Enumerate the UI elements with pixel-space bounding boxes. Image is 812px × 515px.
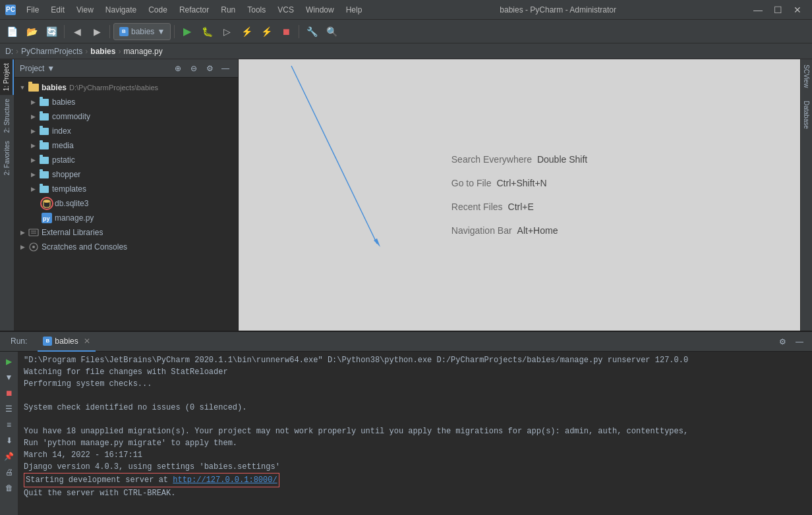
- tree-label-manage-py: manage.py: [55, 213, 94, 223]
- project-panel-title-button[interactable]: Project ▼: [20, 64, 55, 73]
- run-config-selector[interactable]: B babies ▼: [113, 23, 171, 40]
- libs-icon: [28, 227, 40, 238]
- menu-run[interactable]: Run: [216, 4, 241, 16]
- stop-btn[interactable]: ⏹: [2, 386, 16, 400]
- tree-label-media: media: [52, 141, 74, 150]
- profile-button[interactable]: ⚡: [237, 22, 256, 41]
- tree-item-db-sqlite3[interactable]: db.sqlite3: [14, 196, 238, 211]
- menu-refactor[interactable]: Refactor: [174, 4, 214, 16]
- hint-shortcut-1: Ctrl+Shift+N: [496, 178, 546, 188]
- run-tab-babies[interactable]: B babies ✕: [38, 332, 95, 352]
- term-line-1: Watching for file changes with StatReloa…: [24, 366, 807, 378]
- sort-btn[interactable]: ⬇: [2, 433, 16, 448]
- tree-label-root: babies: [42, 83, 67, 92]
- tree-arrow-index: ▶: [28, 128, 38, 134]
- breadcrumb-project[interactable]: babies: [90, 47, 115, 56]
- print-btn[interactable]: 🖨: [2, 465, 16, 479]
- tree-arrow-babies: ▶: [28, 99, 38, 105]
- folder-icon-media: [38, 140, 50, 151]
- back-button[interactable]: ◀: [68, 22, 86, 41]
- menu-tools[interactable]: Tools: [242, 4, 271, 16]
- settings-button[interactable]: 🔧: [303, 22, 321, 41]
- tree-label-pstatic: pstatic: [52, 155, 75, 165]
- term-line-4: System check identified no issues (0 sil…: [24, 402, 807, 414]
- menu-view[interactable]: View: [71, 4, 99, 16]
- menu-file[interactable]: File: [21, 4, 44, 16]
- menu-window[interactable]: Window: [301, 4, 339, 16]
- breadcrumb-sep-3: ›: [118, 47, 121, 56]
- menu-navigate[interactable]: Navigate: [100, 4, 142, 16]
- project-settings-button[interactable]: ⚙: [202, 61, 217, 76]
- search-button[interactable]: 🔍: [322, 22, 341, 41]
- pin-btn[interactable]: 📌: [2, 449, 16, 464]
- sync-button[interactable]: 🔄: [42, 22, 61, 41]
- bottom-minimize-button[interactable]: —: [792, 335, 807, 349]
- tree-arrow-pstatic: ▶: [28, 157, 38, 163]
- tree-item-commodity[interactable]: ▶ commodity: [14, 109, 238, 124]
- breadcrumb-drive[interactable]: D:: [5, 47, 13, 56]
- scview-tab[interactable]: SCView: [801, 59, 812, 93]
- structure-tab[interactable]: 2: Structure: [0, 95, 14, 137]
- tree-item-media[interactable]: ▶ media: [14, 138, 238, 153]
- filter-btn[interactable]: ≡: [2, 418, 16, 432]
- tree-item-pstatic[interactable]: ▶ pstatic: [14, 153, 238, 167]
- title-bar-left: PC File Edit View Navigate Code Refactor…: [5, 4, 367, 16]
- project-panel-actions: ⊕ ⊖ ⚙ —: [171, 61, 233, 76]
- hint-text-0: Search Everywhere: [451, 154, 532, 165]
- tree-item-babies[interactable]: ▶ babies: [14, 95, 238, 109]
- toolbar-separator-3: [174, 25, 175, 38]
- concurrency-button[interactable]: ⚡: [257, 22, 276, 41]
- run-config-icon: B: [119, 27, 129, 36]
- bottom-settings-button[interactable]: ⚙: [775, 335, 790, 349]
- title-bar: PC File Edit View Navigate Code Refactor…: [0, 0, 812, 20]
- project-tab[interactable]: 1: Project: [0, 59, 14, 95]
- tree-item-shopper[interactable]: ▶ shopper: [14, 167, 238, 182]
- forward-button[interactable]: ▶: [88, 22, 106, 41]
- folder-icon-templates: [38, 184, 50, 194]
- svg-text:py: py: [43, 215, 50, 222]
- clear-btn[interactable]: 🗑: [2, 481, 16, 495]
- term-line-2: Performing system checks...: [24, 378, 807, 390]
- menu-help[interactable]: Help: [341, 4, 368, 16]
- close-button[interactable]: ✕: [788, 3, 807, 17]
- menu-vcs[interactable]: VCS: [272, 4, 299, 16]
- breadcrumb-file[interactable]: manage.py: [123, 47, 162, 56]
- new-file-button[interactable]: 📄: [3, 22, 21, 41]
- tree-item-root[interactable]: ▼ babies D:\PyCharmProjects\babies: [14, 80, 238, 95]
- open-button[interactable]: 📂: [22, 22, 41, 41]
- stop-button[interactable]: ⏹: [277, 22, 295, 41]
- server-link[interactable]: http://127.0.0.1:8000/: [173, 475, 277, 485]
- maximize-button[interactable]: ☐: [768, 3, 787, 17]
- tree-item-index[interactable]: ▶ index: [14, 124, 238, 138]
- tree-arrow-root: ▼: [17, 84, 28, 91]
- hide-panel-button[interactable]: —: [218, 61, 233, 76]
- minimize-button[interactable]: —: [749, 3, 767, 17]
- collapse-all-button[interactable]: ⊖: [187, 61, 201, 76]
- tree-item-external-libs[interactable]: ▶ External Libraries: [14, 225, 238, 240]
- favorites-tab[interactable]: 2: Favorites: [0, 137, 14, 179]
- window-title: babies - PyCharm - Administrator: [367, 5, 749, 14]
- tree-item-scratches[interactable]: ▶ Scratches and Consoles: [14, 240, 238, 254]
- main-area: 1: Project 2: Structure 2: Favorites Pro…: [0, 59, 812, 331]
- hint-shortcut-0: Double Shift: [537, 154, 587, 165]
- tree-item-manage-py[interactable]: py manage.py: [14, 211, 238, 225]
- menu-edit[interactable]: Edit: [45, 4, 70, 16]
- menu-code[interactable]: Code: [143, 4, 173, 16]
- right-sidebar: SCView Database: [800, 59, 812, 331]
- layout-btn[interactable]: ☰: [2, 402, 16, 416]
- run-tab-label: babies: [55, 337, 78, 346]
- scroll-to-end[interactable]: ▼: [2, 370, 16, 385]
- run-label: Run:: [5, 332, 32, 352]
- database-tab[interactable]: Database: [801, 95, 812, 134]
- run-tab-close[interactable]: ✕: [84, 337, 90, 346]
- rerun-button[interactable]: ▶: [2, 354, 16, 369]
- hint-shortcut-3: Alt+Home: [517, 225, 558, 236]
- debug-button[interactable]: 🐛: [198, 22, 216, 41]
- run-button[interactable]: ▶: [178, 22, 196, 41]
- breadcrumb-projects[interactable]: PyCharmProjects: [21, 47, 82, 56]
- run-with-coverage-button[interactable]: ▷: [218, 22, 236, 41]
- folder-icon-pstatic: [38, 155, 50, 165]
- tree-item-templates[interactable]: ▶ templates: [14, 182, 238, 196]
- tree-label-babies: babies: [52, 97, 75, 107]
- locate-button[interactable]: ⊕: [171, 61, 185, 76]
